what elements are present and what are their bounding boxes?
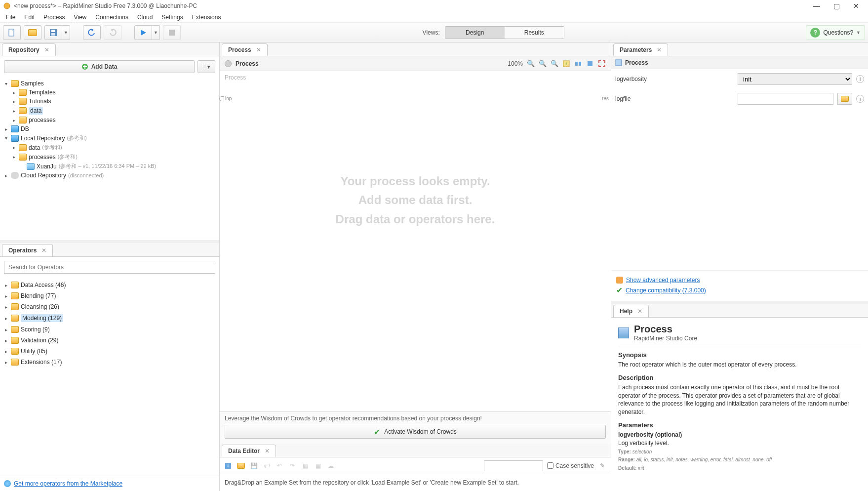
menu-extensions[interactable]: Extensions	[188, 13, 225, 22]
menu-connections[interactable]: Connections	[91, 13, 132, 22]
output-port[interactable]: res	[602, 96, 609, 101]
close-window-button[interactable]: ✕	[849, 1, 863, 11]
save-dropdown[interactable]: ▼	[62, 25, 70, 40]
parameters-tab[interactable]: Parameters ✕	[613, 43, 668, 56]
data-editor-tab[interactable]: Data Editor ✕	[222, 445, 276, 457]
menu-view[interactable]: View	[70, 13, 90, 22]
de-col2-icon[interactable]: ▦	[314, 461, 322, 470]
repository-menu-button[interactable]: ≡ ▾	[197, 60, 215, 73]
wisdom-button[interactable]: ✔ Activate Wisdom of Crowds	[225, 425, 606, 439]
close-icon[interactable]: ✕	[657, 46, 662, 53]
zoom-out-icon[interactable]: 🔍	[551, 60, 558, 68]
menu-cloud[interactable]: Cloud	[133, 13, 157, 22]
redo-button[interactable]	[104, 25, 121, 40]
tree-samples[interactable]: ▾Samples	[3, 79, 216, 88]
view-tab-results[interactable]: Results	[505, 27, 564, 39]
wisdom-label: Activate Wisdom of Crowds	[384, 428, 457, 435]
de-new-icon[interactable]: +	[224, 461, 233, 470]
toolbar: ▼ ▼ Views: Design Results ? Questions? ▼	[0, 23, 868, 42]
op-utility[interactable]: ▸Utility (85)	[3, 346, 216, 357]
minimize-button[interactable]: —	[810, 1, 824, 11]
close-icon[interactable]: ✕	[256, 46, 261, 53]
menu-file[interactable]: File	[2, 13, 19, 22]
close-icon[interactable]: ✕	[41, 247, 46, 254]
tree-local-processes[interactable]: ▸processes (参考和)	[3, 152, 216, 162]
de-search-input[interactable]	[484, 460, 543, 471]
zoom-in-icon[interactable]: 🔍	[527, 60, 535, 68]
view-tab-design[interactable]: Design	[445, 27, 505, 39]
marketplace-link[interactable]: Get more operators from the Marketplace	[14, 480, 122, 487]
show-advanced-link[interactable]: Show advanced parameters	[626, 277, 700, 284]
op-scoring[interactable]: ▸Scoring (9)	[3, 324, 216, 335]
run-dropdown[interactable]: ▼	[152, 25, 160, 40]
add-data-button[interactable]: Add Data	[4, 60, 195, 73]
info-icon[interactable]: i	[856, 95, 864, 103]
questions-button[interactable]: ? Questions? ▼	[806, 25, 865, 40]
tree-local[interactable]: ▾Local Repository (参考和)	[3, 133, 216, 143]
operator-search-input[interactable]	[4, 261, 215, 274]
fullscreen-icon[interactable]	[598, 60, 606, 68]
menu-process[interactable]: Process	[39, 13, 69, 22]
menu-settings[interactable]: Settings	[158, 13, 187, 22]
zoom-reset-icon[interactable]: 🔍	[539, 60, 547, 68]
tree-local-data[interactable]: ▸data (参考和)	[3, 143, 216, 152]
close-icon[interactable]: ✕	[265, 448, 270, 454]
de-open-icon[interactable]	[237, 461, 245, 470]
data-editor-hint: Drag&Drop an Example Set from the reposi…	[220, 474, 611, 491]
new-process-button[interactable]	[3, 25, 21, 40]
logfile-label: logfile	[615, 95, 734, 102]
process-canvas[interactable]: Process inp res Your process looks empty…	[220, 71, 611, 411]
run-button[interactable]	[134, 25, 152, 40]
folder-icon	[841, 96, 849, 102]
help-tab[interactable]: Help ✕	[613, 305, 649, 317]
op-data-access[interactable]: ▸Data Access (46)	[3, 280, 216, 290]
tree-xuanju[interactable]: XuanJu (参考和 – v1, 11/22/16 6:34 PM – 29 …	[3, 162, 216, 171]
open-button[interactable]	[24, 25, 41, 40]
input-port[interactable]: inp	[219, 96, 232, 101]
show-ports-icon[interactable]	[586, 60, 594, 68]
tree-data[interactable]: ▸data	[3, 106, 216, 116]
de-tag-icon[interactable]: 🏷	[262, 461, 271, 470]
op-blending[interactable]: ▸Blending (77)	[3, 290, 216, 301]
de-undo-icon[interactable]: ↶	[275, 461, 284, 470]
menu-edit[interactable]: Edit	[20, 13, 39, 22]
stop-button[interactable]	[163, 25, 181, 40]
process-tab[interactable]: Process ✕	[222, 43, 268, 56]
process-breadcrumb[interactable]: Process	[236, 60, 259, 67]
logfile-input[interactable]	[738, 93, 833, 105]
param-name: logverbosity (optional)	[618, 431, 682, 438]
tree-db[interactable]: ▸DB	[3, 124, 216, 133]
de-edit-icon[interactable]: ✎	[598, 461, 607, 470]
auto-layout-icon[interactable]: +	[562, 60, 570, 68]
description-heading: Description	[618, 374, 861, 381]
de-upload-icon[interactable]: ☁	[326, 461, 335, 470]
tree-processes[interactable]: ▸processes	[3, 116, 216, 124]
change-compat-link[interactable]: Change compatibility (7.3.000)	[626, 287, 706, 294]
de-col1-icon[interactable]: ▦	[301, 461, 310, 470]
tree-cloud[interactable]: ▸Cloud Repository (disconnected)	[3, 171, 216, 180]
case-sensitive-checkbox[interactable]: Case sensitive	[547, 462, 594, 469]
operators-tab[interactable]: Operators ✕	[2, 244, 53, 256]
op-extensions[interactable]: ▸Extensions (17)	[3, 357, 216, 368]
browse-button[interactable]	[837, 93, 852, 105]
save-button[interactable]	[44, 25, 62, 40]
undo-button[interactable]	[83, 25, 101, 40]
globe-icon	[4, 480, 11, 487]
op-cleansing[interactable]: ▸Cleansing (26)	[3, 301, 216, 312]
maximize-button[interactable]: ▢	[829, 1, 843, 11]
tree-tutorials[interactable]: ▸Tutorials	[3, 97, 216, 106]
tree-templates[interactable]: ▸Templates	[3, 88, 216, 97]
de-save-icon[interactable]: 💾	[249, 461, 258, 470]
arrange-icon[interactable]	[574, 60, 582, 68]
close-icon[interactable]: ✕	[44, 46, 49, 53]
folder-icon	[28, 29, 37, 36]
folder-icon	[19, 89, 27, 96]
close-icon[interactable]: ✕	[637, 308, 642, 315]
info-icon[interactable]: i	[856, 75, 864, 83]
repository-tab[interactable]: Repository ✕	[2, 43, 56, 56]
logverbosity-select[interactable]: init	[738, 73, 852, 85]
canvas-label: Process	[225, 74, 246, 81]
op-validation[interactable]: ▸Validation (29)	[3, 335, 216, 346]
de-redo-icon[interactable]: ↷	[288, 461, 297, 470]
op-modeling[interactable]: ▸Modeling (129)	[3, 312, 216, 324]
